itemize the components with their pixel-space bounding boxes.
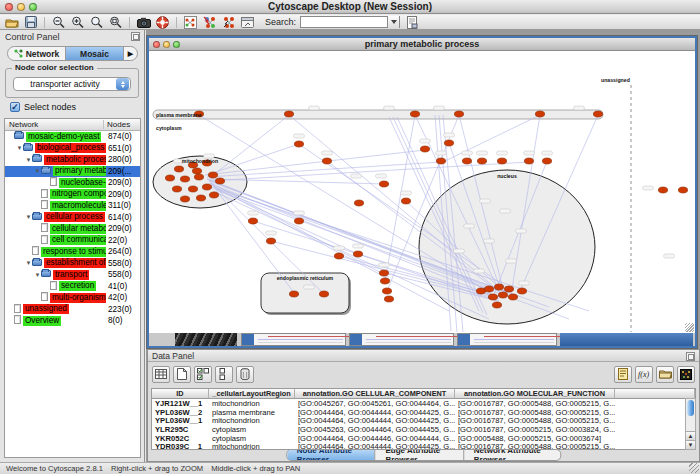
network-node[interactable]	[420, 146, 429, 152]
table-column-header[interactable]: annotation.GO CELLULAR_COMPONENT	[295, 389, 455, 399]
tab-node-attribute-browser[interactable]: Node Attribute Browser	[287, 450, 376, 460]
notes-icon[interactable]	[614, 366, 632, 383]
tab-network[interactable]: Network	[8, 47, 66, 60]
network-node[interactable]	[542, 158, 551, 164]
network-node[interactable]	[462, 158, 471, 164]
background-window-fragment[interactable]	[175, 333, 237, 346]
expander-icon[interactable]: ▼	[25, 157, 32, 163]
network-node[interactable]	[524, 158, 533, 164]
network-node[interactable]	[504, 286, 513, 292]
tree-row[interactable]: mosaic-demo-yeast874(0)	[5, 131, 140, 143]
network-node[interactable]	[248, 218, 257, 224]
network-node[interactable]	[379, 181, 388, 187]
float-panel-icon[interactable]	[686, 352, 695, 361]
annotation-icon[interactable]	[404, 16, 419, 29]
background-window-fragment[interactable]	[560, 333, 693, 346]
open-session-icon[interactable]	[4, 16, 19, 29]
save-session-icon[interactable]	[23, 16, 38, 29]
network-node[interactable]	[180, 196, 189, 202]
scrollbar-thumb[interactable]	[687, 400, 694, 416]
new-attribute-icon[interactable]	[173, 366, 191, 383]
network-node[interactable]	[194, 174, 203, 180]
network-node[interactable]	[180, 176, 189, 182]
network-node[interactable]	[382, 288, 391, 294]
tree-row[interactable]: ▼transport558(0)	[5, 269, 140, 281]
edge[interactable]	[211, 115, 289, 177]
tree-column-nodes[interactable]: Nodes	[104, 120, 140, 129]
zoom-fit-icon[interactable]	[108, 16, 123, 29]
attribute-grid-icon[interactable]	[152, 366, 170, 383]
float-panel-icon[interactable]	[131, 32, 140, 41]
tree-row[interactable]: cellular metabol209(0)	[5, 223, 140, 235]
network-view-title-bar[interactable]: primary metabolic process	[149, 38, 695, 51]
background-window-fragment[interactable]	[349, 333, 454, 346]
network-node[interactable]	[322, 158, 331, 164]
matrix-icon[interactable]	[677, 366, 695, 383]
network-node[interactable]	[494, 284, 503, 290]
zoom-in-icon[interactable]	[70, 16, 85, 29]
network-node[interactable]	[410, 111, 419, 117]
delete-attribute-icon[interactable]	[236, 366, 254, 383]
background-window-fragment[interactable]	[457, 333, 557, 346]
network-node[interactable]	[289, 291, 298, 297]
table-row[interactable]: YLR295Ccytoplasm[GO:0045263, GO:0044464,…	[152, 425, 695, 434]
table-row[interactable]: YJR121W__1mitochondrion[GO:0045267, GO:0…	[152, 399, 695, 408]
tab-edge-attribute-browser[interactable]: Edge Attribute Browser	[375, 450, 463, 460]
zoom-out-icon[interactable]	[51, 16, 66, 29]
network-node[interactable]	[165, 175, 174, 181]
expander-icon[interactable]: ▼	[25, 260, 32, 266]
background-window-fragment[interactable]	[241, 333, 346, 346]
expander-icon[interactable]: ▼	[34, 168, 41, 174]
network-node[interactable]	[379, 270, 388, 276]
network-node[interactable]	[209, 192, 218, 198]
network-node[interactable]	[172, 186, 181, 192]
tree-column-network[interactable]: Network	[5, 120, 104, 129]
tree-row[interactable]: unassigned223(0)	[5, 304, 140, 316]
edge[interactable]	[205, 150, 425, 175]
network-node[interactable]	[658, 187, 667, 193]
tree-row[interactable]: nucleobase-209(0)	[5, 177, 140, 189]
select-attributes-icon[interactable]	[194, 366, 212, 383]
search-dropdown-button[interactable]	[387, 16, 399, 28]
network-node[interactable]	[401, 198, 410, 204]
app-resize-grip[interactable]	[689, 463, 699, 473]
network-node[interactable]	[215, 178, 224, 184]
network-node[interactable]	[436, 158, 445, 164]
tree-row[interactable]: multi-organism pro42(0)	[5, 292, 140, 304]
network-node[interactable]	[678, 187, 687, 193]
table-row[interactable]: YPL036W__1mitochondrion[GO:0044464, GO:0…	[152, 416, 695, 425]
table-column-header[interactable]: _cellularLayoutRegion	[209, 389, 295, 399]
network-node[interactable]	[284, 111, 293, 117]
network-node[interactable]	[334, 253, 343, 259]
network-node[interactable]	[497, 158, 506, 164]
network-node[interactable]	[484, 286, 493, 292]
tree-row[interactable]: ▼metabolic process280(0)	[5, 154, 140, 166]
attribute-dropdown[interactable]: transporter activity	[13, 77, 131, 91]
tab-mosaic[interactable]: Mosaic	[66, 47, 124, 60]
tree-row[interactable]: cell communicat22(0)	[5, 235, 140, 247]
network-node[interactable]	[593, 111, 602, 117]
import-table-icon[interactable]	[221, 16, 236, 29]
tree-row[interactable]: secretion41(0)	[5, 281, 140, 293]
table-vertical-scrollbar[interactable]: ▲ ▼	[685, 398, 696, 450]
select-nodes-checkbox[interactable]: ✓	[10, 102, 20, 112]
expander-icon[interactable]: ▼	[25, 214, 32, 220]
network-node[interactable]	[188, 186, 197, 192]
network-node[interactable]	[196, 195, 205, 201]
import-network-icon[interactable]	[202, 16, 217, 29]
network-node[interactable]	[517, 288, 526, 294]
network-node[interactable]	[319, 291, 328, 297]
network-view-window[interactable]: primary metabolic process plasma membran…	[147, 36, 697, 348]
network-node[interactable]	[444, 140, 453, 146]
network-node[interactable]	[488, 294, 497, 300]
network-canvas[interactable]: plasma membranecytoplasmmitochondrionnuc…	[149, 51, 695, 333]
table-column-header[interactable]: ID	[152, 389, 209, 399]
scroll-up-icon[interactable]: ▲	[686, 431, 695, 440]
formula-icon[interactable]: f(x)	[635, 366, 653, 383]
network-node[interactable]	[353, 251, 362, 257]
attribute-columns-icon[interactable]	[215, 366, 233, 383]
table-row[interactable]: YPL036W__2plasma membrane[GO:0044464, GO…	[152, 408, 695, 417]
table-row[interactable]: YKR052Ccytoplasm[GO:0044464, GO:0044446,…	[152, 434, 695, 443]
zoom-selected-icon[interactable]	[89, 16, 104, 29]
edge[interactable]	[211, 183, 389, 277]
